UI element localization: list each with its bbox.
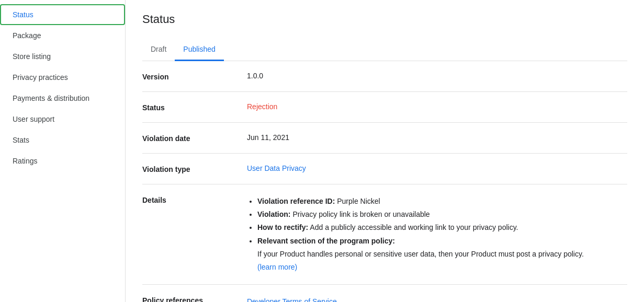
list-item: Relevant section of the program policy: …: [257, 235, 627, 274]
violation-date-value: Jun 11, 2021: [247, 133, 627, 142]
tab-published[interactable]: Published: [175, 39, 224, 61]
sidebar-item-privacy-practices[interactable]: Privacy practices: [0, 67, 125, 88]
detail-bold-1: Violation:: [257, 210, 291, 218]
policy-link-0[interactable]: Developer Terms of Service: [247, 295, 627, 302]
sidebar-item-status[interactable]: Status: [0, 4, 125, 25]
violation-date-row: Violation date Jun 11, 2021: [142, 123, 627, 154]
policy-references-label: Policy references: [142, 295, 247, 302]
violation-type-row: Violation type User Data Privacy: [142, 154, 627, 184]
violation-type-value[interactable]: User Data Privacy: [247, 164, 627, 172]
status-row: Status Rejection: [142, 92, 627, 123]
status-value: Rejection: [247, 102, 627, 111]
version-row: Version 1.0.0: [142, 61, 627, 92]
policy-links-container: Developer Terms of Service Program Polic…: [247, 295, 627, 302]
details-list: Violation reference ID: Purple Nickel Vi…: [247, 195, 627, 274]
violation-date-label: Violation date: [142, 133, 247, 143]
sidebar-item-ratings[interactable]: Ratings: [0, 150, 125, 171]
detail-bold-0: Violation reference ID:: [257, 197, 335, 205]
detail-bold-2: How to rectify:: [257, 223, 308, 231]
sidebar-item-stats[interactable]: Stats: [0, 130, 125, 150]
details-value: Violation reference ID: Purple Nickel Vi…: [247, 195, 627, 274]
sidebar-item-payments-distribution[interactable]: Payments & distribution: [0, 88, 125, 109]
details-row: Details Violation reference ID: Purple N…: [142, 184, 627, 285]
status-label: Status: [142, 102, 247, 112]
detail-bold-3: Relevant section of the program policy:: [257, 237, 395, 245]
tabs-container: Draft Published: [142, 39, 627, 61]
sidebar-item-user-support[interactable]: User support: [0, 109, 125, 130]
policy-references-row: Policy references Developer Terms of Ser…: [142, 285, 627, 302]
tab-draft[interactable]: Draft: [142, 39, 175, 61]
version-value: 1.0.0: [247, 72, 627, 80]
page-title: Status: [142, 13, 627, 26]
policy-references-value: Developer Terms of Service Program Polic…: [247, 295, 627, 302]
list-item: Violation: Privacy policy link is broken…: [257, 208, 627, 221]
list-item: How to rectify: Add a publicly accessibl…: [257, 221, 627, 234]
main-content: Status Draft Published Version 1.0.0 Sta…: [126, 0, 644, 302]
sidebar-item-package[interactable]: Package: [0, 25, 125, 46]
violation-type-label: Violation type: [142, 164, 247, 173]
learn-more-link[interactable]: (learn more): [257, 263, 297, 271]
version-label: Version: [142, 72, 247, 81]
details-label: Details: [142, 195, 247, 204]
content-section: Version 1.0.0 Status Rejection Violation…: [142, 61, 627, 302]
sidebar: Status Package Store listing Privacy pra…: [0, 0, 126, 302]
list-item: Violation reference ID: Purple Nickel: [257, 195, 627, 208]
sidebar-item-store-listing[interactable]: Store listing: [0, 46, 125, 67]
